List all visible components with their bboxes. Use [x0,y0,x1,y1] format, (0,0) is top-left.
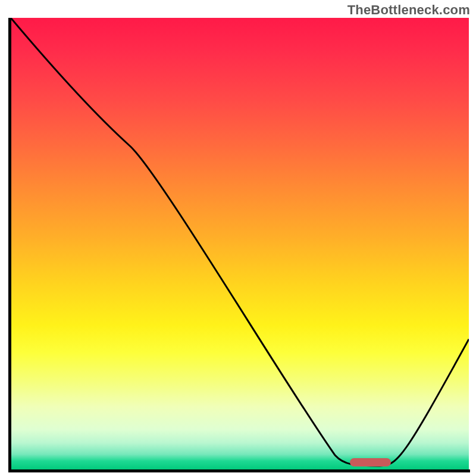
watermark-text: TheBottleneck.com [347,2,470,18]
y-axis [8,18,11,472]
x-axis [8,469,470,472]
chart-container: TheBottleneck.com [0,0,476,476]
plot-area [11,18,469,470]
bottleneck-curve [11,18,469,470]
curve-path [11,18,469,466]
optimal-range-marker [350,458,391,466]
